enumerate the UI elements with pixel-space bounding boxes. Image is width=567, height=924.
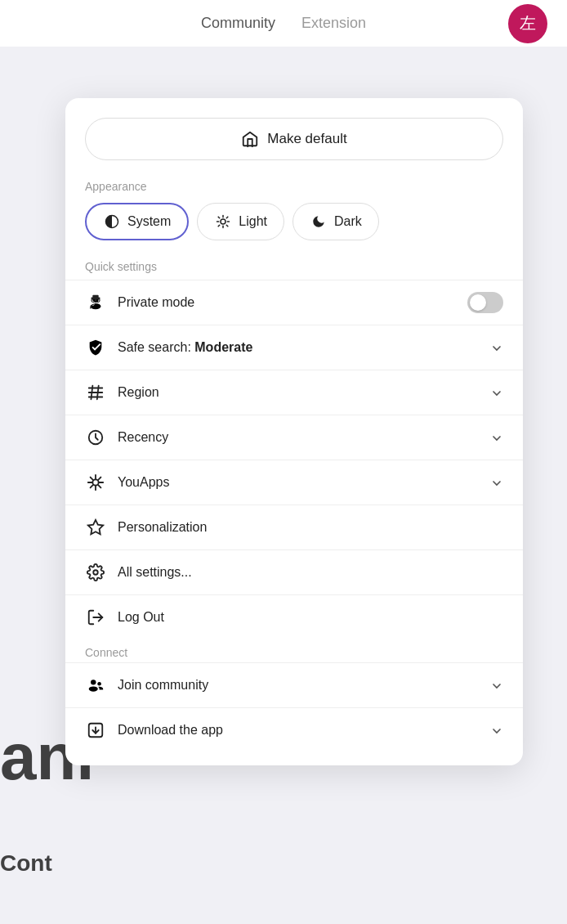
personalization-label: Personalization: [118, 520, 503, 535]
svg-rect-14: [92, 295, 98, 298]
region-label: Region: [118, 385, 479, 400]
menu-item-all-settings[interactable]: All settings...: [65, 549, 523, 594]
svg-point-34: [93, 570, 98, 575]
svg-line-8: [219, 225, 221, 227]
community-icon: [85, 675, 106, 696]
make-default-label: Make default: [267, 131, 346, 147]
nav-link-extension[interactable]: Extension: [301, 15, 366, 32]
appearance-dark-label: Dark: [334, 214, 362, 229]
svg-point-1: [221, 219, 225, 224]
appearance-system-btn[interactable]: System: [85, 203, 189, 240]
appearance-system-label: System: [127, 214, 171, 229]
top-nav: Community Extension 左: [0, 0, 567, 47]
safe-search-chevron: [490, 340, 503, 354]
moon-icon: [310, 213, 328, 231]
menu-item-personalization[interactable]: Personalization: [65, 505, 523, 549]
join-community-chevron: [490, 678, 503, 692]
recency-icon: [85, 427, 106, 448]
appearance-light-btn[interactable]: Light: [197, 203, 284, 240]
youapps-icon: [85, 472, 106, 493]
appearance-section-label: Appearance: [65, 180, 523, 203]
safe-search-label: Safe search: Moderate: [118, 340, 479, 355]
svg-point-38: [89, 686, 98, 691]
private-mode-label: Private mode: [118, 295, 456, 310]
svg-line-30: [91, 485, 93, 487]
region-chevron: [490, 385, 503, 399]
download-app-label: Download the app: [118, 723, 479, 738]
svg-line-9: [227, 217, 229, 218]
region-icon: [85, 382, 106, 403]
svg-line-25: [91, 478, 93, 480]
connect-section-label: Connect: [65, 639, 523, 662]
sun-icon: [214, 213, 232, 231]
quick-settings-label: Quick settings: [65, 257, 523, 280]
bg-text-small: Cont: [0, 850, 52, 877]
private-mode-toggle[interactable]: [467, 292, 503, 313]
download-icon: [85, 720, 106, 741]
recency-label: Recency: [118, 430, 479, 445]
menu-item-safe-search[interactable]: Safe search: Moderate: [65, 325, 523, 370]
menu-item-logout[interactable]: Log Out: [65, 594, 523, 639]
appearance-light-label: Light: [239, 214, 267, 229]
svg-line-31: [98, 485, 100, 487]
svg-marker-33: [88, 520, 103, 534]
svg-line-5: [227, 225, 229, 227]
safe-search-icon: [85, 337, 106, 358]
download-app-chevron: [490, 723, 503, 737]
settings-icon: [85, 562, 106, 583]
make-default-button[interactable]: Make default: [85, 118, 503, 160]
youapps-label: YouApps: [118, 475, 479, 490]
home-icon: [241, 130, 259, 148]
personalization-icon: [85, 517, 106, 538]
logout-icon: [85, 607, 106, 628]
svg-line-26: [98, 478, 100, 480]
menu-item-youapps[interactable]: YouApps: [65, 460, 523, 505]
system-icon: [103, 213, 121, 231]
svg-point-36: [91, 680, 96, 684]
svg-point-37: [97, 682, 101, 686]
menu-item-private-mode[interactable]: Private mode: [65, 280, 523, 325]
youapps-chevron: [490, 475, 503, 489]
join-community-label: Join community: [118, 678, 479, 693]
appearance-dark-btn[interactable]: Dark: [292, 203, 379, 240]
all-settings-label: All settings...: [118, 565, 503, 580]
private-mode-icon: [85, 292, 106, 313]
svg-line-4: [219, 217, 221, 218]
settings-panel: Make default Appearance System: [65, 98, 523, 765]
recency-chevron: [490, 430, 503, 444]
menu-item-region[interactable]: Region: [65, 370, 523, 415]
logout-label: Log Out: [118, 610, 503, 625]
nav-link-community[interactable]: Community: [201, 15, 275, 32]
avatar[interactable]: 左: [508, 4, 547, 43]
menu-item-recency[interactable]: Recency: [65, 415, 523, 460]
menu-item-join-community[interactable]: Join community: [65, 662, 523, 707]
appearance-options: System Light: [65, 203, 523, 257]
menu-item-download-app[interactable]: Download the app: [65, 707, 523, 752]
